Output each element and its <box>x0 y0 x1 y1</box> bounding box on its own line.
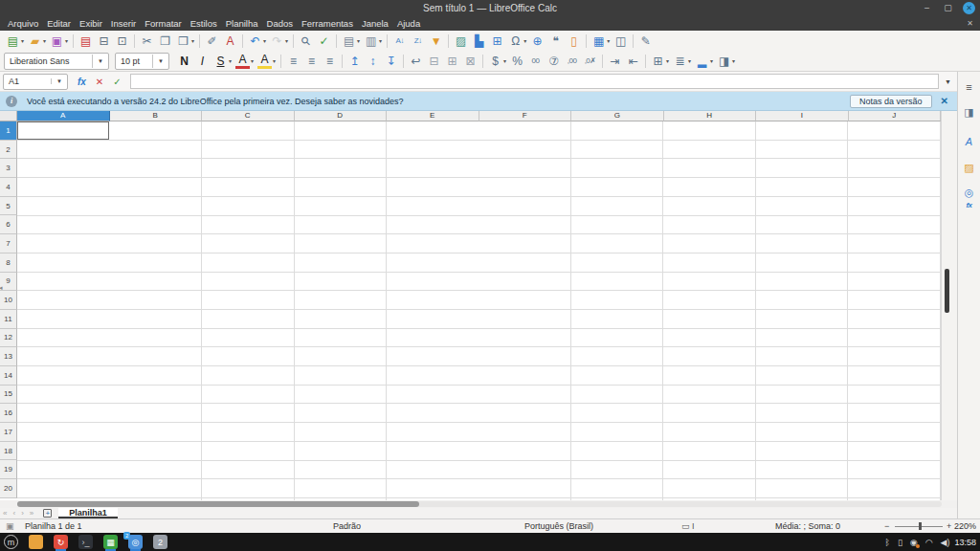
sheet-count-label[interactable]: Planilha 1 de 1 <box>25 519 82 533</box>
row-header[interactable]: 8 <box>0 253 17 273</box>
dropdown-arrow-icon[interactable]: ▾ <box>65 37 68 44</box>
export-pdf-button[interactable]: ▤ <box>77 33 95 50</box>
cut-button[interactable]: ✂ <box>138 33 156 50</box>
italic-button[interactable]: I <box>193 53 212 70</box>
sheet-tab[interactable]: Planilha1 <box>58 508 118 518</box>
navigator-icon[interactable]: ◎ <box>962 186 977 199</box>
insert-chart-button[interactable]: ▙ <box>470 33 488 50</box>
first-sheet-button[interactable]: « <box>3 508 7 518</box>
menu-item[interactable]: Dados <box>267 16 301 31</box>
conditional-formatting-button[interactable]: ◨ ▾ <box>715 53 737 70</box>
restore-button[interactable]: ▢ <box>942 2 954 14</box>
border-color-button[interactable]: ▂ ▾ <box>693 53 715 70</box>
align-bottom-button[interactable]: ↧ <box>382 53 400 70</box>
format-date-button[interactable]: ⑦ <box>545 53 563 70</box>
dropdown-arrow-icon[interactable]: ▾ <box>732 57 735 64</box>
open-button[interactable]: ▰ ▾ <box>26 33 48 50</box>
row-header[interactable]: 4 <box>0 178 17 197</box>
close-infobar-icon[interactable]: ✕ <box>941 96 948 106</box>
libreoffice-calc-button[interactable]: ▦ <box>103 535 118 549</box>
print-button[interactable]: ⊟ <box>95 33 113 50</box>
format-percent-button[interactable]: % <box>508 53 526 70</box>
dropdown-arrow-icon[interactable]: ▾ <box>357 37 360 44</box>
minimize-button[interactable]: – <box>921 2 933 14</box>
align-center-button[interactable]: ≡ <box>302 53 321 70</box>
select-all-corner[interactable] <box>0 111 17 121</box>
accept-icon[interactable]: ✓ <box>113 77 121 87</box>
row-header[interactable]: 7 <box>0 234 17 253</box>
column-header[interactable]: E <box>387 111 479 121</box>
menu-item[interactable]: Exibir <box>79 16 111 31</box>
insert-comment-button[interactable]: ❝ <box>546 33 565 50</box>
dropdown-arrow-icon[interactable]: ▾ <box>688 57 691 64</box>
insert-column-button[interactable]: ▥ ▾ <box>362 33 384 50</box>
dropdown-arrow-icon[interactable]: ▾ <box>43 37 46 44</box>
dropdown-arrow-icon[interactable]: ▾ <box>251 57 254 64</box>
increase-indent-button[interactable]: ⇥ <box>606 53 624 70</box>
cancel-icon[interactable]: ✕ <box>96 77 103 87</box>
menu-item[interactable]: Editar <box>47 16 79 31</box>
align-left-button[interactable]: ≡ <box>284 53 302 70</box>
insert-hyperlink-button[interactable]: ⊕ <box>528 33 546 50</box>
row-header[interactable]: 13 <box>0 347 17 366</box>
row-header[interactable]: 1 <box>0 121 17 141</box>
properties-icon[interactable]: ◨ <box>962 105 977 119</box>
previous-sheet-button[interactable]: ‹ <box>12 508 15 518</box>
release-notes-button[interactable]: Notas da versão <box>850 95 932 108</box>
split-window-button[interactable]: ◫ <box>612 33 630 50</box>
copy-button[interactable]: ❐ <box>156 33 174 50</box>
functions-icon[interactable]: fx <box>962 199 977 212</box>
vertical-scrollbar[interactable] <box>941 111 957 500</box>
update-shield-icon[interactable]: ◉ <box>910 536 918 549</box>
page-style-label[interactable]: Padrão <box>333 519 361 533</box>
dropdown-arrow-icon[interactable]: ▾ <box>607 37 610 44</box>
column-header[interactable]: F <box>479 111 572 121</box>
dropdown-arrow-icon[interactable]: ▾ <box>263 37 266 44</box>
menu-item[interactable]: Ajuda <box>397 16 429 31</box>
menu-item[interactable]: Inserir <box>111 16 145 31</box>
new-document-button[interactable]: ▤ ▾ <box>4 33 26 50</box>
dropdown-arrow-icon[interactable]: ▾ <box>285 37 288 44</box>
zoom-level-label[interactable]: 220% <box>954 519 976 533</box>
files-app-button[interactable] <box>29 535 43 549</box>
undo-button[interactable]: ↶ ▾ <box>246 33 268 50</box>
column-header[interactable]: A <box>17 111 110 121</box>
close-document-icon[interactable]: ✕ <box>967 16 973 31</box>
insert-image-button[interactable]: ▨ <box>452 33 470 50</box>
decrease-indent-button[interactable]: ⇤ <box>624 53 642 70</box>
workspace-switcher-button[interactable]: 2 <box>153 535 167 549</box>
mint-menu-button[interactable]: m <box>4 535 18 549</box>
row-header[interactable]: 12 <box>0 329 17 348</box>
column-header[interactable]: I <box>756 111 849 121</box>
dropdown-arrow-icon[interactable]: ▾ <box>229 57 232 64</box>
font-color-button[interactable]: A ▾ <box>234 53 256 70</box>
gallery-icon[interactable]: ▨ <box>962 161 977 174</box>
font-name-combo[interactable]: Liberation Sans ▼ <box>4 53 109 70</box>
menu-item[interactable]: Ferramentas <box>301 16 362 31</box>
row-header[interactable]: 5 <box>0 197 17 216</box>
spelling-button[interactable]: ✓ <box>315 33 333 50</box>
dropdown-arrow-icon[interactable]: ▾ <box>21 37 24 44</box>
horizontal-scrollbar[interactable] <box>0 500 957 508</box>
autofilter-button[interactable]: ▼ <box>427 33 445 50</box>
chevron-down-icon[interactable]: ▼ <box>51 78 67 84</box>
bluetooth-icon[interactable]: ᛒ <box>884 536 889 549</box>
dropdown-arrow-icon[interactable]: ▾ <box>191 37 194 44</box>
row-header[interactable]: 10 <box>0 291 17 310</box>
column-header[interactable]: G <box>571 111 664 121</box>
row-header[interactable]: 3 <box>0 159 17 178</box>
cell-grid[interactable] <box>17 121 942 500</box>
wifi-icon[interactable]: ◠ <box>925 536 933 549</box>
sort-ascending-button[interactable]: A↓ <box>390 33 409 50</box>
print-preview-button[interactable]: ⊡ <box>113 33 131 50</box>
zoom-in-button[interactable]: + <box>947 519 951 533</box>
row-header[interactable]: 19 <box>0 460 17 479</box>
selection-mode-icon[interactable]: ▭ I <box>681 519 695 533</box>
add-decimal-button[interactable]: ,00 <box>563 53 581 70</box>
function-wizard-icon[interactable]: fx <box>78 77 86 87</box>
row-header[interactable]: 2 <box>0 141 17 160</box>
row-header[interactable]: 14 <box>0 366 17 386</box>
format-number-button[interactable]: 00 <box>526 53 545 70</box>
column-header[interactable]: J <box>849 111 942 121</box>
special-character-button[interactable]: Ω ▾ <box>506 33 528 50</box>
